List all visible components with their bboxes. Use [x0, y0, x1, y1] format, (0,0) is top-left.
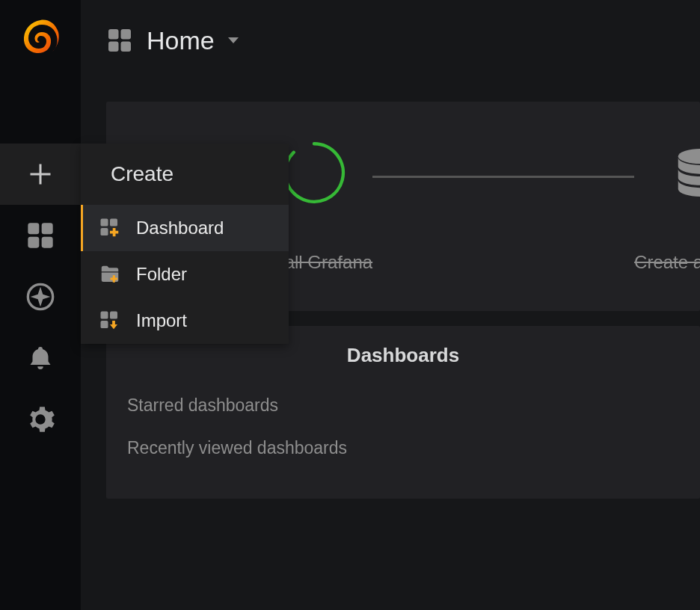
nav-dashboards[interactable]	[0, 205, 81, 266]
svg-rect-7	[108, 42, 119, 52]
import-icon	[99, 309, 121, 332]
svg-rect-0	[28, 223, 39, 234]
flyout-item-import[interactable]: Import	[81, 298, 289, 344]
flyout-item-label: Dashboard	[136, 218, 224, 238]
svg-rect-10	[110, 219, 117, 227]
svg-rect-9	[101, 219, 108, 227]
folder-add-icon	[99, 263, 121, 286]
dashboard-add-icon	[99, 217, 121, 239]
compass-icon	[25, 282, 55, 312]
sidebar	[0, 0, 81, 610]
svg-rect-13	[110, 312, 117, 319]
svg-rect-12	[101, 312, 108, 319]
recent-dashboards-heading: Recently viewed dashboards	[127, 438, 679, 458]
dashboards-panel: Dashboards Starred dashboards Recently v…	[106, 326, 700, 499]
flyout-item-label: Import	[136, 310, 187, 331]
svg-rect-8	[121, 42, 132, 52]
topbar: Home	[81, 0, 700, 81]
svg-rect-14	[101, 321, 108, 328]
nav-explore[interactable]	[0, 266, 81, 327]
check-circle-icon	[281, 140, 347, 206]
plus-icon	[27, 161, 54, 188]
page-title: Home	[147, 26, 215, 55]
svg-rect-5	[108, 29, 119, 40]
apps-grid-icon	[25, 221, 55, 250]
gear-icon	[25, 404, 55, 434]
create-flyout: Create Dashboard Folder	[81, 144, 289, 344]
flyout-item-folder[interactable]: Folder	[81, 251, 289, 298]
grafana-logo[interactable]	[0, 0, 81, 81]
flyout-header: Create	[81, 144, 289, 205]
breadcrumb-home[interactable]: Home	[106, 26, 239, 55]
dashboards-title: Dashboards	[127, 344, 679, 367]
flyout-item-label: Folder	[136, 264, 187, 285]
onboard-step-datasource[interactable]: Create a data so	[634, 140, 700, 273]
nav-alerting[interactable]	[0, 327, 81, 389]
chevron-down-icon	[228, 37, 239, 43]
apps-grid-icon	[106, 27, 133, 54]
nav-create[interactable]	[0, 144, 81, 205]
bell-icon	[27, 345, 54, 372]
svg-rect-6	[121, 29, 132, 40]
onboard-connector	[372, 176, 634, 178]
flyout-item-dashboard[interactable]: Dashboard	[81, 205, 289, 251]
svg-rect-2	[28, 237, 39, 248]
starred-dashboards-heading: Starred dashboards	[127, 395, 679, 416]
nav-configuration[interactable]	[0, 389, 81, 450]
svg-rect-11	[101, 228, 108, 235]
onboard-label: Create a data so	[634, 252, 700, 273]
svg-rect-3	[42, 237, 53, 248]
svg-rect-1	[42, 223, 53, 234]
database-icon	[668, 140, 700, 206]
